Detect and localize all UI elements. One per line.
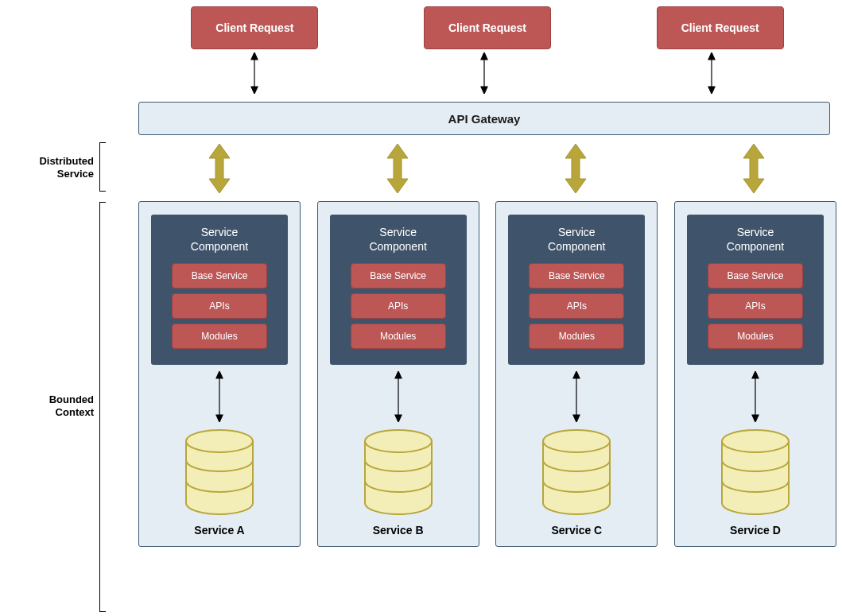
double-arrow-icon xyxy=(393,371,404,422)
svg-marker-5 xyxy=(481,87,487,94)
svg-marker-9 xyxy=(209,144,230,193)
service-container-b: ServiceComponent Base Service APIs Modul… xyxy=(317,201,479,547)
service-container-a: ServiceComponent Base Service APIs Modul… xyxy=(138,201,301,547)
double-arrow-icon xyxy=(479,52,490,94)
double-arrow-icon xyxy=(750,371,761,422)
svg-marker-46 xyxy=(573,371,580,378)
service-component-box: ServiceComponent Base Service APIs Modul… xyxy=(151,215,288,365)
double-arrow-icon xyxy=(571,371,582,422)
database-icon xyxy=(181,428,258,516)
thick-double-arrow-icon xyxy=(564,144,588,193)
apis-box: APIs xyxy=(172,293,267,319)
svg-marker-14 xyxy=(216,371,223,378)
bracket-icon xyxy=(99,202,106,612)
svg-marker-30 xyxy=(395,371,402,378)
apis-box: APIs xyxy=(529,293,624,319)
database-icon xyxy=(538,428,615,516)
distributed-service-label: DistributedService xyxy=(17,155,94,180)
service-name-label: Service B xyxy=(373,524,424,537)
thick-double-arrow-icon xyxy=(208,144,231,193)
base-service-box: Base Service xyxy=(529,263,624,289)
svg-marker-7 xyxy=(708,52,715,60)
svg-point-28 xyxy=(186,430,253,452)
svg-marker-4 xyxy=(481,52,487,60)
service-component-box: ServiceComponent Base Service APIs Modul… xyxy=(330,215,467,365)
bounded-context-label: BoundedContext xyxy=(33,393,94,418)
service-container-d: ServiceComponent Base Service APIs Modul… xyxy=(674,201,836,547)
svg-marker-62 xyxy=(752,371,759,378)
client-request-box: Client Request xyxy=(191,6,318,49)
double-arrow-icon xyxy=(706,52,717,94)
base-service-box: Base Service xyxy=(172,263,267,289)
client-request-row: Client Request Client Request Client Req… xyxy=(138,6,836,49)
double-arrow-icon xyxy=(249,52,260,94)
client-request-box: Client Request xyxy=(657,6,784,49)
service-name-label: Service C xyxy=(551,524,602,537)
svg-marker-11 xyxy=(565,144,586,193)
svg-marker-12 xyxy=(743,144,764,193)
service-component-title: ServiceComponent xyxy=(518,226,635,254)
services-row: ServiceComponent Base Service APIs Modul… xyxy=(138,201,836,547)
service-component-box: ServiceComponent Base Service APIs Modul… xyxy=(687,215,824,365)
client-request-box: Client Request xyxy=(424,6,551,49)
service-component-title: ServiceComponent xyxy=(696,226,814,254)
svg-marker-15 xyxy=(216,415,223,422)
service-container-c: ServiceComponent Base Service APIs Modul… xyxy=(495,201,658,547)
modules-box: Modules xyxy=(708,323,803,349)
apis-box: APIs xyxy=(708,293,803,319)
database-icon xyxy=(717,428,793,516)
service-component-box: ServiceComponent Base Service APIs Modul… xyxy=(508,215,645,365)
svg-point-76 xyxy=(722,430,789,452)
service-name-label: Service A xyxy=(194,524,244,537)
thick-double-arrow-icon xyxy=(386,144,409,193)
modules-box: Modules xyxy=(172,323,267,349)
svg-point-44 xyxy=(365,430,432,452)
service-name-label: Service D xyxy=(730,524,781,537)
apis-box: APIs xyxy=(351,293,446,319)
thick-double-arrow-icon xyxy=(742,144,766,193)
modules-box: Modules xyxy=(529,323,624,349)
svg-marker-10 xyxy=(387,144,408,193)
service-component-title: ServiceComponent xyxy=(340,226,457,254)
double-arrow-icon xyxy=(214,371,225,422)
svg-marker-47 xyxy=(573,415,580,422)
bracket-icon xyxy=(99,142,106,192)
svg-marker-8 xyxy=(708,87,715,94)
modules-box: Modules xyxy=(351,323,446,349)
svg-marker-1 xyxy=(251,52,258,60)
base-service-box: Base Service xyxy=(708,263,803,289)
svg-marker-31 xyxy=(395,415,402,422)
svg-marker-2 xyxy=(251,87,258,94)
api-gateway-box: API Gateway xyxy=(138,102,830,135)
svg-marker-63 xyxy=(752,415,759,422)
base-service-box: Base Service xyxy=(351,263,446,289)
svg-point-60 xyxy=(543,430,610,452)
service-component-title: ServiceComponent xyxy=(161,226,278,254)
database-icon xyxy=(360,428,437,516)
